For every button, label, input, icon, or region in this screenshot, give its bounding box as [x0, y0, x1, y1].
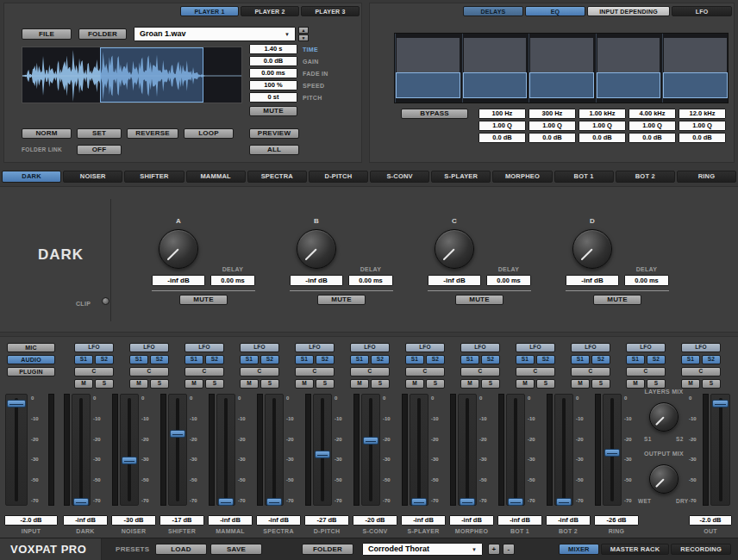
eq-freq-5[interactable]: 12.0 kHz — [679, 109, 726, 119]
sample-select[interactable]: Groan 1.wav ▼ — [134, 27, 296, 41]
s1-button[interactable]: S1 — [240, 355, 259, 364]
s2-button[interactable]: S2 — [316, 355, 335, 364]
module-tab-bot-1[interactable]: BOT 1 — [554, 171, 614, 183]
reverse-button[interactable]: REVERSE — [127, 128, 178, 139]
channel-value[interactable]: -inf dB — [63, 515, 108, 526]
lfo-button[interactable]: LFO — [626, 343, 666, 352]
eq-freq-1[interactable]: 100 Hz — [478, 109, 526, 119]
channel-value[interactable]: -17 dB — [159, 515, 204, 526]
s2-button[interactable]: S2 — [150, 355, 169, 364]
delay-value[interactable]: 0.00 ms — [210, 275, 255, 286]
mute-button[interactable]: M — [405, 379, 424, 389]
fader-handle[interactable] — [315, 451, 330, 458]
eq-band-3[interactable] — [528, 34, 594, 103]
c-button[interactable]: C — [516, 367, 555, 376]
eq-q-2[interactable]: 1.00 Q — [528, 121, 576, 131]
s2-button[interactable]: S2 — [591, 355, 610, 364]
c-button[interactable]: C — [129, 367, 169, 376]
output-mix-knob[interactable] — [649, 464, 679, 494]
s2-button[interactable]: S2 — [371, 355, 390, 364]
c-button[interactable]: C — [681, 367, 721, 376]
player-mute-button[interactable]: MUTE — [249, 106, 297, 116]
solo-button[interactable]: S — [647, 379, 666, 389]
eq-freq-3[interactable]: 1.00 kHz — [579, 109, 626, 119]
channel-value[interactable]: -inf dB — [401, 515, 446, 526]
lfo-button[interactable]: LFO — [516, 343, 555, 352]
module-tab-mammal[interactable]: MAMMAL — [186, 171, 246, 183]
level-value[interactable]: -inf dB — [152, 275, 205, 286]
folder-button[interactable]: FOLDER — [78, 28, 127, 40]
eq-gain-4[interactable]: 0.0 dB — [629, 133, 676, 143]
solo-button[interactable]: S — [260, 379, 279, 389]
delay-value[interactable]: 0.00 ms — [624, 275, 669, 286]
channel-value[interactable]: -2.0 dB — [689, 515, 732, 526]
source-audio[interactable]: AUDIO — [7, 355, 55, 364]
solo-button[interactable]: S — [591, 379, 610, 389]
mute-button[interactable]: M — [129, 379, 148, 389]
level-value[interactable]: -inf dB — [428, 275, 481, 286]
fader-handle[interactable] — [7, 400, 26, 408]
param-value-gain[interactable]: 0.0 dB — [249, 56, 297, 66]
lfo-button[interactable]: LFO — [295, 343, 335, 352]
c-button[interactable]: C — [184, 367, 224, 376]
lfo-button[interactable]: LFO — [129, 343, 169, 352]
s2-button[interactable]: S2 — [647, 355, 666, 364]
fader-track[interactable] — [506, 394, 525, 506]
view-mixer[interactable]: MIXER — [559, 544, 599, 555]
s1-button[interactable]: S1 — [516, 355, 535, 364]
s2-button[interactable]: S2 — [702, 355, 721, 364]
module-tab-spectra[interactable]: SPECTRA — [247, 171, 307, 183]
preset-folder-button[interactable]: FOLDER — [302, 544, 353, 555]
mute-button[interactable]: MUTE — [179, 295, 228, 305]
level-value[interactable]: -inf dB — [566, 275, 619, 286]
level-knob[interactable] — [572, 229, 612, 269]
s1-button[interactable]: S1 — [460, 355, 479, 364]
fader-track[interactable] — [168, 394, 187, 506]
s2-button[interactable]: S2 — [481, 355, 500, 364]
module-tab-morpheo[interactable]: MORPHEO — [492, 171, 552, 183]
lfo-button[interactable]: LFO — [184, 343, 224, 352]
preset-select[interactable]: Corroded Thorat ▼ — [362, 543, 483, 556]
fader-handle[interactable] — [604, 449, 620, 457]
c-button[interactable]: C — [571, 367, 610, 376]
solo-button[interactable]: S — [426, 379, 445, 389]
fader-track[interactable] — [313, 394, 332, 506]
fader-handle[interactable] — [266, 498, 282, 506]
file-button[interactable]: FILE — [22, 28, 72, 40]
eq-q-3[interactable]: 1.00 Q — [579, 121, 626, 131]
solo-button[interactable]: S — [205, 379, 224, 389]
all-button[interactable]: ALL — [249, 145, 299, 155]
preview-button[interactable]: PREVIEW — [249, 128, 299, 139]
channel-value[interactable]: -26 dB — [594, 515, 639, 526]
s1-button[interactable]: S1 — [405, 355, 424, 364]
tab-delays[interactable]: DELAYS — [463, 6, 523, 16]
mute-button[interactable]: MUTE — [317, 295, 366, 305]
solo-button[interactable]: S — [536, 379, 555, 389]
channel-value[interactable]: -20 dB — [353, 515, 397, 526]
s2-button[interactable]: S2 — [426, 355, 445, 364]
param-value-speed[interactable]: 100 % — [249, 80, 297, 90]
solo-button[interactable]: S — [481, 379, 500, 389]
mute-button[interactable]: M — [516, 379, 535, 389]
lfo-button[interactable]: LFO — [240, 343, 279, 352]
c-button[interactable]: C — [460, 367, 500, 376]
s1-button[interactable]: S1 — [350, 355, 369, 364]
fader-handle[interactable] — [363, 437, 378, 445]
channel-value[interactable]: -inf dB — [546, 515, 591, 526]
solo-button[interactable]: S — [316, 379, 335, 389]
preset-minus-button[interactable]: - — [503, 544, 515, 555]
channel-value[interactable]: -30 dB — [111, 515, 156, 526]
mute-button[interactable]: M — [571, 379, 590, 389]
channel-value[interactable]: -inf dB — [256, 515, 301, 526]
fader-track[interactable] — [710, 394, 730, 506]
s2-button[interactable]: S2 — [95, 355, 114, 364]
s2-button[interactable]: S2 — [536, 355, 555, 364]
fader-track[interactable] — [5, 394, 28, 506]
module-tab-d-pitch[interactable]: D-PITCH — [309, 171, 368, 183]
mute-button[interactable]: MUTE — [455, 295, 503, 305]
module-tab-s-conv[interactable]: S-CONV — [370, 171, 429, 183]
set-button[interactable]: SET — [77, 128, 122, 139]
mute-button[interactable]: M — [240, 379, 259, 389]
module-tab-noiser[interactable]: NOISER — [63, 171, 122, 183]
s1-button[interactable]: S1 — [681, 355, 700, 364]
